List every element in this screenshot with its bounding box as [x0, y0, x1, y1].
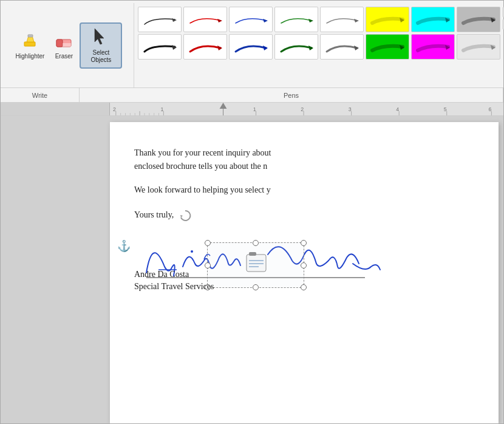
- document-area: Thank you for your recent inquiry aboute…: [1, 116, 503, 423]
- handle-bc: [253, 284, 259, 290]
- svg-rect-4: [56, 39, 63, 47]
- svg-rect-0: [24, 42, 35, 46]
- eraser-label: Eraser: [55, 53, 73, 60]
- svg-text:2: 2: [113, 106, 116, 112]
- svg-text:1: 1: [160, 106, 163, 112]
- svg-text:3: 3: [349, 106, 352, 112]
- svg-text:5: 5: [444, 106, 447, 112]
- svg-marker-34: [180, 215, 183, 217]
- pen-item[interactable]: [320, 34, 364, 60]
- svg-text:4: 4: [396, 106, 399, 112]
- pen-item[interactable]: [457, 34, 500, 60]
- name-block: Andre Da Costa Special Travel Services: [134, 270, 214, 294]
- handle-ml: [205, 262, 211, 268]
- pen-item[interactable]: [274, 34, 318, 60]
- toolbar-labels: Write Pens: [1, 87, 503, 102]
- select-objects-icon: [92, 27, 110, 48]
- selection-box: [207, 242, 304, 288]
- anchor-icon: ⚓: [117, 239, 131, 253]
- eraser-icon: [54, 31, 73, 53]
- select-objects-label: Select Objects: [83, 49, 118, 64]
- pen-item[interactable]: [274, 7, 318, 32]
- pen-item[interactable]: [320, 7, 364, 32]
- signature-area: Yours truly, ⚓: [134, 209, 468, 294]
- page: Thank you for your recent inquiry aboute…: [110, 122, 499, 423]
- highlighter-icon: [21, 31, 40, 53]
- write-group: Highlighter Eraser: [1, 3, 134, 87]
- svg-rect-2: [28, 35, 33, 37]
- closing-text: Yours truly,: [134, 209, 468, 222]
- pen-item[interactable]: [229, 34, 273, 60]
- eraser-button[interactable]: Eraser: [50, 29, 77, 62]
- author-title: Special Travel Services: [134, 282, 214, 292]
- svg-point-35: [191, 250, 193, 253]
- svg-marker-20: [220, 103, 227, 109]
- svg-rect-5: [63, 43, 71, 47]
- pen-item[interactable]: [183, 7, 227, 32]
- paragraph1: Thank you for your recent inquiry aboute…: [134, 146, 468, 197]
- author-name: Andre Da Costa: [134, 270, 214, 279]
- toolbar: Highlighter Eraser: [1, 1, 503, 103]
- svg-text:1: 1: [253, 106, 256, 112]
- app-window: Highlighter Eraser: [0, 0, 504, 424]
- pen-item[interactable]: [366, 34, 409, 60]
- svg-text:2: 2: [301, 106, 304, 112]
- rotate-icon: [179, 209, 192, 222]
- handle-br: [301, 284, 307, 290]
- handle-mr: [301, 262, 307, 268]
- pens-label: Pens: [80, 88, 503, 102]
- highlighter-label: Highlighter: [16, 53, 45, 60]
- ruler: 2 1 1 2: [1, 103, 503, 116]
- pen-item[interactable]: [138, 34, 182, 60]
- svg-marker-6: [95, 29, 104, 44]
- pen-item[interactable]: [229, 7, 273, 32]
- pens-group: ▲ ▾: [134, 3, 504, 87]
- handle-tl: [205, 240, 211, 246]
- pen-item[interactable]: [183, 34, 227, 60]
- write-label: Write: [1, 88, 80, 102]
- select-objects-button[interactable]: Select Objects: [80, 22, 122, 69]
- pen-item[interactable]: [411, 34, 455, 60]
- handle-tc: [253, 240, 259, 246]
- highlighter-button[interactable]: Highlighter: [12, 29, 49, 62]
- pen-item[interactable]: [411, 7, 455, 32]
- svg-text:6: 6: [488, 106, 491, 112]
- pen-item[interactable]: [366, 7, 409, 32]
- pen-item[interactable]: [457, 7, 500, 32]
- pen-item[interactable]: [138, 7, 182, 32]
